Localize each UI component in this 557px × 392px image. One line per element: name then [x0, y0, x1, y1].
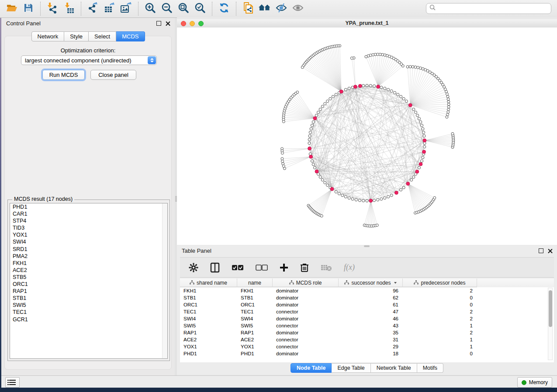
- run-mcds-button[interactable]: Run MCDS: [42, 70, 85, 80]
- tab-motifs[interactable]: Motifs: [417, 363, 443, 373]
- table-body[interactable]: FKH1FKH1dominator962STB1STB1dominator620…: [180, 287, 554, 357]
- zoom-out-button[interactable]: [159, 2, 175, 16]
- zoom-fit-button[interactable]: [175, 2, 192, 16]
- table-panel: Table Panel f(x) shared namenameMCD: [177, 245, 557, 375]
- clone-network-button[interactable]: [240, 2, 256, 16]
- column-header-successor-nodes[interactable]: successor nodes: [339, 279, 403, 287]
- export-table-button[interactable]: [101, 2, 118, 16]
- mcds-result-item[interactable]: TID3: [10, 224, 167, 231]
- open-file-button[interactable]: [3, 2, 20, 16]
- open-folder-icon: [6, 3, 18, 14]
- tree-icon: [414, 280, 419, 286]
- mcds-result-item[interactable]: SWI4: [10, 238, 167, 245]
- refresh-button[interactable]: [216, 2, 232, 16]
- float-table-panel-icon[interactable]: [539, 248, 543, 253]
- cell: ACE2: [180, 336, 237, 343]
- export-table-icon: [104, 2, 115, 15]
- result-scrollbar[interactable]: [162, 203, 167, 358]
- tree-icon: [190, 280, 194, 286]
- network-graph[interactable]: [177, 28, 557, 245]
- column-label: MCDS role: [296, 280, 322, 286]
- mcds-result-item[interactable]: YOX1: [10, 231, 167, 238]
- close-window-icon[interactable]: [166, 21, 170, 26]
- table-row[interactable]: SWI5SWI5connector431: [180, 322, 554, 329]
- mcds-result-item[interactable]: TEC1: [10, 309, 167, 316]
- tree-icon: [344, 280, 349, 286]
- network-canvas[interactable]: [177, 28, 557, 245]
- table-row[interactable]: ORC1ORC1dominator610: [180, 301, 554, 308]
- zoom-in-button[interactable]: [142, 2, 159, 16]
- deselect-all-rows-icon[interactable]: [256, 265, 268, 271]
- splitter-handle[interactable]: [175, 196, 177, 202]
- mcds-result-item[interactable]: SRD1: [10, 246, 167, 253]
- select-all-rows-icon[interactable]: [232, 265, 244, 271]
- column-header-name[interactable]: name: [237, 279, 273, 287]
- import-table-button[interactable]: [61, 2, 77, 16]
- mcds-result-item[interactable]: RAP1: [10, 288, 167, 295]
- search-input[interactable]: [438, 5, 551, 12]
- status-bar: Memory: [1, 375, 557, 388]
- task-history-button[interactable]: [5, 377, 20, 388]
- table-row[interactable]: TEC1TEC1connector472: [180, 308, 554, 315]
- mcds-result-item[interactable]: FKH1: [10, 260, 167, 267]
- home-views-button[interactable]: [256, 2, 273, 16]
- tab-edge-table[interactable]: Edge Table: [332, 363, 370, 373]
- table-row[interactable]: SWI4SWI4dominator462: [180, 315, 554, 322]
- table-panel-splitter-handle[interactable]: [364, 245, 370, 247]
- cell: 0: [403, 301, 477, 308]
- mcds-result-item[interactable]: STB1: [10, 295, 167, 302]
- import-network-button[interactable]: [44, 2, 61, 16]
- mcds-result-item[interactable]: STB5: [10, 274, 167, 281]
- mcds-result-list[interactable]: PHD1CAR1STP4TID3YOX1SWI4SRD1PMA2FKH1ACE2…: [10, 203, 168, 359]
- tab-network-table[interactable]: Network Table: [371, 363, 417, 373]
- zoom-selected-button[interactable]: [192, 2, 208, 16]
- hide-graphics-details-button[interactable]: [273, 2, 290, 16]
- column-header-predecessor-nodes[interactable]: predecessor nodes: [403, 279, 477, 287]
- mcds-result-item[interactable]: PHD1: [10, 203, 167, 210]
- table-row[interactable]: YOX1YOX1connector291: [180, 343, 554, 350]
- table-settings-gear-icon[interactable]: [189, 263, 198, 272]
- table-scrollbar-thumb[interactable]: [549, 290, 552, 327]
- show-columns-icon[interactable]: [210, 262, 220, 273]
- mcds-result-item[interactable]: STP4: [10, 217, 167, 224]
- export-network-button[interactable]: [85, 2, 101, 16]
- table-panel-title: Table Panel: [182, 248, 211, 254]
- column-label: name: [248, 280, 261, 286]
- search-field[interactable]: [426, 3, 551, 14]
- delete-column-icon[interactable]: [300, 263, 309, 272]
- tab-network[interactable]: Network: [31, 31, 64, 41]
- close-table-panel-icon[interactable]: [548, 248, 553, 253]
- mcds-result-item[interactable]: ACE2: [10, 267, 167, 274]
- criterion-select[interactable]: largest connected component (undirected): [21, 55, 157, 65]
- mcds-result-item[interactable]: SWI5: [10, 302, 167, 309]
- mcds-result-item[interactable]: GCR1: [10, 316, 167, 323]
- show-graphics-details-button[interactable]: [290, 2, 306, 16]
- close-panel-button[interactable]: Close panel: [90, 70, 136, 80]
- network-titlebar[interactable]: YPA_prune.txt_1: [177, 19, 557, 28]
- control-panel: Control Panel NetworkStyleSelectMCDS Opt…: [1, 18, 175, 375]
- table-row[interactable]: PHD1PHD1dominator180: [180, 350, 554, 357]
- table-row[interactable]: RAP1RAP1dominator352: [180, 329, 554, 336]
- export-image-button[interactable]: [118, 2, 135, 16]
- mcds-result-item[interactable]: ORC1: [10, 281, 167, 288]
- column-header-MCDS-role[interactable]: MCDS role: [273, 279, 339, 287]
- table-row[interactable]: ACE2ACE2connector311: [180, 336, 554, 343]
- table-row[interactable]: STB1STB1dominator620: [180, 294, 554, 301]
- float-window-icon[interactable]: [156, 21, 161, 26]
- mcds-result-item[interactable]: CAR1: [10, 210, 167, 217]
- tab-node-table[interactable]: Node Table: [291, 363, 332, 373]
- eye-slash-icon: [275, 3, 287, 15]
- tab-mcds[interactable]: MCDS: [116, 31, 145, 41]
- add-column-icon[interactable]: [280, 263, 288, 272]
- table-row[interactable]: FKH1FKH1dominator962: [180, 287, 554, 294]
- column-header-shared-name[interactable]: shared name: [180, 279, 237, 287]
- save-button[interactable]: [20, 2, 37, 16]
- memory-button[interactable]: Memory: [517, 377, 552, 388]
- cell: 29: [339, 343, 403, 350]
- mcds-result-item[interactable]: PMA2: [10, 253, 167, 260]
- tab-select[interactable]: Select: [89, 31, 116, 41]
- delete-table-icon-disabled: [321, 264, 332, 272]
- tab-style[interactable]: Style: [64, 31, 89, 41]
- cell: 2: [403, 287, 477, 294]
- zoom-in-icon: [145, 2, 156, 15]
